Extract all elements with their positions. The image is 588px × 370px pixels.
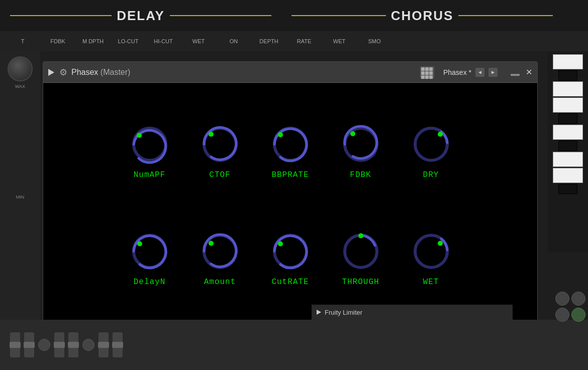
grid-dot — [425, 75, 429, 79]
param-on: ON — [216, 38, 251, 44]
top-bar: DELAY CHORUS — [0, 0, 588, 31]
round-button-1[interactable] — [38, 339, 50, 351]
svg-point-1 — [137, 133, 142, 138]
fruity-play-icon[interactable] — [317, 310, 322, 315]
knob-bbprate[interactable] — [270, 124, 311, 164]
piano-key-white[interactable] — [553, 152, 583, 167]
fader-3[interactable] — [54, 332, 64, 357]
nav-prev-button[interactable]: ◄ — [475, 68, 484, 77]
param-wet1: WET — [181, 38, 216, 44]
param-locut: LO-CUT — [111, 38, 146, 44]
fader-group-3 — [54, 332, 64, 357]
piano-key-white[interactable] — [553, 125, 583, 140]
nav-next-button[interactable]: ► — [488, 68, 498, 77]
knob-unit-wet: WET — [411, 231, 451, 287]
knob-unit-ctof: CTOF — [200, 124, 240, 179]
knob-amount[interactable] — [200, 231, 240, 271]
knob-row-1: NumAPF CTOF BBPRATE — [130, 124, 451, 179]
knob-unit-amount: Amount — [200, 231, 240, 287]
param-depth: DEPTH — [251, 38, 286, 44]
knob-unit-delayn: DelayN — [130, 231, 170, 287]
param-mdpth: M DPTH — [75, 38, 111, 44]
knob-dry[interactable] — [411, 124, 451, 164]
right-btn-row-2 — [555, 308, 585, 322]
piano-key-black[interactable] — [558, 184, 577, 194]
piano-key-white[interactable] — [553, 81, 583, 97]
knob-label-dry: DRY — [423, 170, 439, 179]
svg-point-9 — [438, 132, 443, 137]
knob-label-amount: Amount — [204, 278, 236, 287]
round-button-2[interactable] — [82, 339, 94, 351]
sidebar-knob-1[interactable] — [8, 56, 33, 81]
delay-line-right — [170, 15, 271, 16]
play-button[interactable] — [48, 69, 55, 76]
param-row: T FDBK M DPTH LO-CUT HI-CUT WET ON DEPTH… — [0, 31, 588, 51]
grid-dot — [421, 67, 425, 71]
plugin-content: NumAPF CTOF BBPRATE — [43, 83, 537, 327]
right-side-buttons — [555, 292, 585, 322]
fader-thumb-1 — [10, 342, 21, 348]
fader-group-4 — [68, 332, 78, 357]
piano-key-white[interactable] — [553, 54, 583, 69]
knob-ctof[interactable] — [200, 124, 240, 164]
right-btn-green[interactable] — [571, 308, 585, 322]
grid-button[interactable] — [420, 66, 434, 78]
plugin-title: Phasex (Master) — [71, 68, 416, 77]
delay-line-left — [10, 15, 112, 16]
knob-label-numapf: NumAPF — [134, 170, 166, 179]
fader-1[interactable] — [10, 332, 20, 357]
fader-6[interactable] — [113, 332, 123, 357]
fader-thumb-3 — [54, 342, 65, 348]
knob-label-through: THROUGH — [342, 278, 379, 287]
knob-wet[interactable] — [411, 231, 451, 271]
knob-cutrate[interactable] — [270, 231, 311, 271]
fader-4[interactable] — [68, 332, 78, 357]
knob-fdbk[interactable] — [341, 124, 381, 164]
fader-group-2 — [24, 332, 34, 357]
delay-title: DELAY — [117, 8, 165, 24]
svg-point-15 — [278, 241, 283, 246]
svg-point-11 — [137, 241, 142, 246]
piano-key-white[interactable] — [553, 98, 583, 113]
piano-key-black[interactable] — [558, 70, 577, 80]
right-btn-1[interactable] — [555, 292, 569, 306]
knob-label-fdbk: FDBK — [350, 170, 371, 179]
fader-group-6 — [113, 332, 123, 357]
minimize-button[interactable] — [511, 74, 520, 76]
param-fdbk: FDBK — [40, 38, 75, 44]
grid-dot — [421, 75, 425, 79]
delay-section: DELAY — [0, 8, 281, 24]
grid-dot — [425, 71, 429, 75]
right-btn-3[interactable] — [555, 308, 569, 322]
piano-key-black[interactable] — [558, 114, 577, 124]
piano-key-black[interactable] — [558, 141, 577, 151]
knob-delayn[interactable] — [130, 231, 170, 271]
grid-dot — [421, 71, 425, 75]
param-wet2: WET — [322, 38, 357, 44]
param-smo: SMO — [357, 38, 392, 44]
knob-numapf[interactable] — [130, 124, 170, 164]
fruity-limiter-label: Fruity Limiter — [325, 309, 362, 316]
fader-thumb-2 — [24, 342, 35, 348]
chorus-title: CHORUS — [391, 8, 454, 24]
grid-dot — [429, 75, 433, 79]
fader-2[interactable] — [24, 332, 34, 357]
knob-unit-dry: DRY — [411, 124, 451, 179]
knob-label-bbprate: BBPRATE — [271, 170, 309, 179]
knob-through[interactable] — [341, 231, 381, 271]
knob-unit-through: THROUGH — [341, 231, 381, 287]
sidebar-label-wax: WAX — [15, 84, 25, 89]
close-button[interactable]: ✕ — [526, 67, 532, 77]
piano-panel — [548, 51, 588, 252]
grid-dot — [425, 67, 429, 71]
fader-5[interactable] — [99, 332, 109, 357]
knob-unit-bbprate: BBPRATE — [270, 124, 311, 179]
sidebar-label-min: MIN — [16, 195, 25, 200]
piano-key-white[interactable] — [553, 168, 583, 183]
svg-point-19 — [438, 241, 443, 246]
right-btn-2[interactable] — [571, 292, 585, 306]
knob-row-2: DelayN Amount CutRATE — [130, 231, 451, 287]
gear-icon[interactable]: ⚙ — [59, 67, 67, 78]
bottom-bar — [0, 320, 588, 370]
knob-label-delayn: DelayN — [134, 278, 166, 287]
